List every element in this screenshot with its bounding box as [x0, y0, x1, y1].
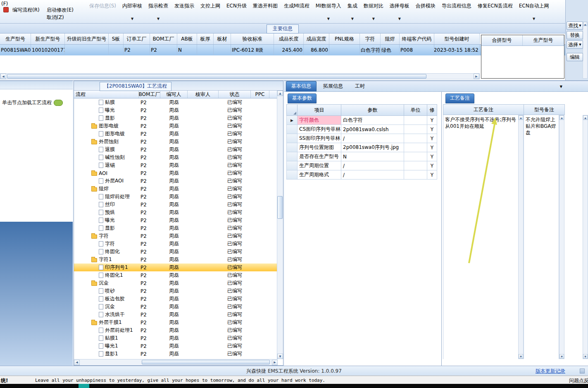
main-col-header[interactable]: 字符	[360, 34, 381, 44]
scroll-up-icon[interactable]: ▲	[559, 115, 564, 120]
process-row[interactable]: 水洗烘干P2周磊已编写	[74, 311, 278, 319]
main-col-header[interactable]: AB板	[177, 34, 197, 44]
start-modify-button[interactable]: 启动修改(E)	[47, 7, 74, 14]
process-row[interactable]: 曝光1P2周磊已编写	[74, 342, 278, 350]
process-row[interactable]: 阻焊P2周磊已编写	[74, 185, 278, 193]
dropdown-arrow-icon[interactable]: ▼	[327, 17, 330, 21]
main-col-header[interactable]: PNL规格	[329, 34, 360, 44]
toolbar-button[interactable]: 生成MI流程	[283, 2, 310, 22]
process-row[interactable]: 显影1P2周磊已编写	[74, 350, 278, 358]
dropdown-arrow-icon[interactable]: ▼	[579, 43, 581, 46]
params-col-header[interactable]: 单位	[404, 104, 427, 116]
process-row[interactable]: 阻焊前处理P2周磊已编写	[74, 193, 278, 201]
process-row[interactable]: 终固化1P2周磊已编写	[74, 271, 278, 279]
process-row[interactable]: 曝光P2周磊已编写	[74, 106, 278, 114]
process-row[interactable]: 外层蚀刻P2周磊已编写	[74, 138, 278, 146]
process-row[interactable]: 显影P2周磊已编写	[74, 114, 278, 122]
main-col-header[interactable]: S板	[109, 34, 124, 44]
menu-fragment[interactable]: (F)	[1, 1, 8, 7]
process-row[interactable]: 外层干膜1P2周磊已编写	[74, 319, 278, 326]
rail-button[interactable]: 选择▼	[567, 41, 583, 49]
dropdown-arrow-icon[interactable]: ▼	[372, 17, 375, 21]
process-row[interactable]: 碱性蚀刻P2周磊已编写	[74, 153, 278, 161]
dropdown-arrow-icon[interactable]: ▼	[351, 17, 354, 21]
dropdown-arrow-icon[interactable]: ▼	[131, 17, 133, 21]
toolbar-button[interactable]: 修复ECN丢流程	[477, 2, 514, 22]
toolbar-button[interactable]: 合拼模块	[415, 2, 436, 22]
param-row-selector[interactable]: ▶	[287, 116, 298, 125]
rail-button[interactable]: 替换	[567, 31, 583, 39]
tree-col-header[interactable]: 编写人	[160, 91, 188, 98]
scroll-down-icon[interactable]: ▼	[559, 354, 564, 359]
process-row[interactable]: AOIP2周磊已编写	[74, 169, 278, 177]
model-note-scrollbar[interactable]: ▲ ▼	[559, 115, 564, 359]
tree-col-header[interactable]: 状态	[219, 91, 251, 98]
param-row[interactable]: 生产周期位置/Y	[287, 161, 437, 170]
process-row[interactable]: 显影P2周磊已编写	[74, 224, 278, 232]
scroll-left-icon[interactable]: ◀	[74, 360, 80, 365]
tree-col-header[interactable]: 流程	[74, 91, 139, 98]
param-value-cell[interactable]: /	[341, 170, 404, 180]
process-row[interactable]: 贴膜1P2周磊已编写	[74, 334, 278, 342]
toolbar-button[interactable]: 内部审核▼	[121, 2, 143, 22]
process-row[interactable]: 喷砂P2周磊已编写	[74, 287, 278, 295]
tree-vertical-scrollbar[interactable]: ▲ ▼	[277, 91, 283, 359]
main-table-row[interactable]: P0081SWA010010200177825P2P2NIPC-6012 Ⅱ级2…	[0, 45, 565, 55]
dropdown-arrow-icon[interactable]: ▼	[157, 17, 159, 21]
dropdown-arrow-icon[interactable]: ▼	[533, 17, 535, 21]
params-col-header[interactable]: 参数	[341, 104, 404, 116]
process-row[interactable]: 丝印P2周磊已编写	[74, 201, 278, 208]
panel-scrollbar[interactable]: ▲ ▼	[583, 115, 588, 359]
detail-tab[interactable]: 基本信息	[286, 81, 317, 91]
main-horizontal-scrollbar[interactable]: ◀ ▶	[0, 73, 480, 79]
main-col-header[interactable]: 订单工厂	[124, 34, 150, 44]
process-row[interactable]: 字符P2周磊已编写	[74, 240, 278, 248]
toolbar-button[interactable]: MI数据导入▼	[315, 2, 342, 22]
main-col-header[interactable]: 板厚	[197, 34, 214, 44]
process-row[interactable]: 外层前处理1P2周磊已编写	[74, 326, 278, 334]
scroll-up-icon[interactable]: ▲	[583, 22, 587, 26]
process-row[interactable]: 外层AOIP2周磊已编写	[74, 177, 278, 185]
dropdown-arrow-icon[interactable]: ▼	[398, 17, 401, 21]
params-col-header[interactable]: 项目	[298, 104, 341, 116]
main-col-header[interactable]: 板材	[214, 34, 231, 44]
scroll-up-icon[interactable]: ▲	[583, 115, 588, 120]
process-row[interactable]: 板边包胶P2周磊已编写	[74, 295, 278, 303]
main-col-header[interactable]: 升级前旧生产型号	[65, 34, 109, 44]
process-row[interactable]: 字符P2周磊已编写	[74, 232, 278, 240]
param-row-selector[interactable]	[287, 143, 298, 152]
process-row[interactable]: 沉金P2周磊已编写	[74, 303, 278, 311]
process-row[interactable]: 印序列号1P2周磊已编写	[74, 263, 278, 271]
rail-scrollbar[interactable]: ▲	[583, 22, 588, 79]
scroll-down-icon[interactable]: ▼	[519, 354, 523, 359]
cancel-button[interactable]: 取消(Z)	[47, 14, 64, 21]
scroll-up-icon[interactable]: ▲	[277, 91, 283, 96]
process-note-scrollbar[interactable]: ▲ ▼	[518, 115, 524, 359]
param-row-selector[interactable]	[287, 170, 298, 180]
scrollbar-thumb[interactable]	[277, 196, 283, 219]
toolbar-button[interactable]: 集成▼	[347, 2, 358, 22]
scrollbar-track[interactable]	[6, 74, 474, 79]
param-row[interactable]: ▶字符颜色白色字符Y	[287, 116, 437, 125]
scrollbar-thumb[interactable]	[7, 74, 426, 79]
toolbar-button[interactable]: ECN自动上网▼	[518, 2, 550, 22]
scroll-up-icon[interactable]: ▲	[519, 115, 523, 120]
toolbar-button[interactable]: ECN升级	[226, 2, 248, 22]
main-col-header[interactable]: 阻焊	[381, 34, 400, 44]
param-row-selector[interactable]	[287, 125, 298, 134]
param-value-cell[interactable]: 白色字符	[341, 116, 404, 125]
param-row[interactable]: 是否存在生产型号NY	[287, 152, 437, 161]
param-row[interactable]: SS面印序列号菲林/Y	[287, 134, 437, 143]
param-row-selector[interactable]	[287, 161, 298, 170]
main-col-header[interactable]: BOM工厂	[150, 34, 177, 44]
model-note-text[interactable]: 不允许阻焊上贴片和BGA焊盘	[524, 115, 559, 359]
rail-button[interactable]: 编辑	[567, 53, 583, 61]
process-row[interactable]: 退锡P2周磊已编写	[74, 161, 278, 169]
param-value-cell[interactable]: 2p0081swa0序列号.jpg	[341, 143, 404, 152]
scroll-right-icon[interactable]: ▶	[272, 360, 278, 365]
process-note-col-header[interactable]: 工艺备注	[443, 104, 524, 115]
detail-tab[interactable]: 工时	[350, 81, 370, 91]
param-row-selector[interactable]	[287, 134, 298, 143]
process-row[interactable]: 终固化P2周磊已编写	[74, 248, 278, 256]
write-flow-button[interactable]: 编写流程(R)	[12, 7, 40, 14]
